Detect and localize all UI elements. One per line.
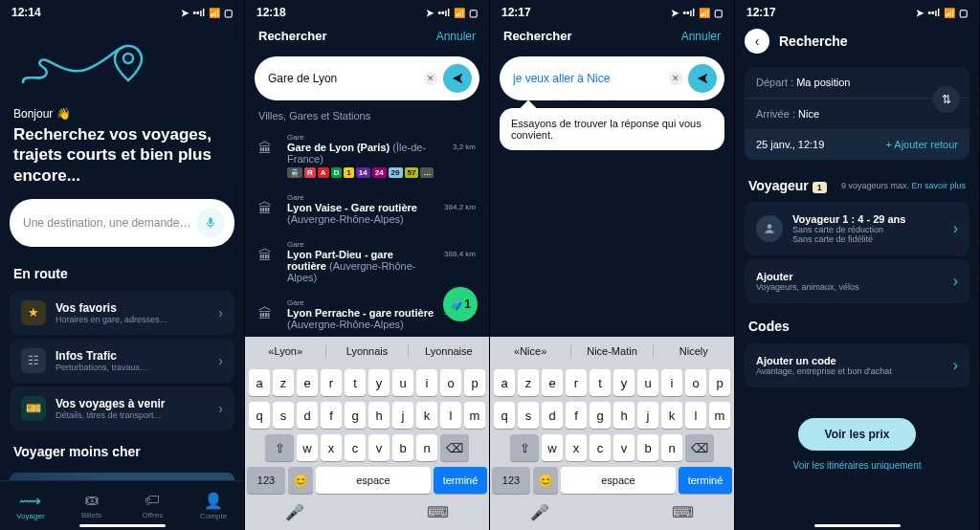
key-i[interactable]: i: [661, 369, 682, 396]
key-x[interactable]: x: [321, 434, 342, 461]
search-input[interactable]: [513, 72, 669, 85]
key-n[interactable]: n: [661, 434, 682, 461]
key-i[interactable]: i: [416, 369, 437, 396]
search-bar[interactable]: Une destination, une demande…: [10, 199, 234, 247]
passenger-card[interactable]: Voyageur 1 : 4 - 29 ans Sans carte de ré…: [745, 202, 969, 255]
suggestion[interactable]: Lyonnaise: [409, 345, 489, 357]
key-l[interactable]: l: [685, 402, 706, 429]
key-h[interactable]: h: [613, 402, 635, 429]
key-m[interactable]: m: [464, 402, 485, 429]
card-traffic[interactable]: ☷ Infos TraficPerturbations, travaux… ›: [10, 339, 234, 383]
key-n[interactable]: n: [416, 434, 437, 461]
emoji-key[interactable]: 😊: [288, 467, 313, 494]
tab-compte[interactable]: 👤Compte: [183, 481, 244, 530]
key-d[interactable]: d: [297, 402, 318, 429]
key-z[interactable]: z: [273, 369, 294, 396]
key-h[interactable]: h: [368, 402, 390, 429]
search-input-wrap[interactable]: ✕: [500, 56, 724, 100]
key-j[interactable]: j: [392, 402, 413, 429]
suggestion[interactable]: Nicely: [654, 345, 734, 357]
search-result[interactable]: 🏛 Gare Lyon Vaise - Gare routière (Auver…: [245, 186, 489, 232]
key-u[interactable]: u: [392, 369, 413, 396]
add-return-button[interactable]: + Ajouter retour: [858, 129, 970, 160]
search-input-wrap[interactable]: ✕: [255, 56, 479, 100]
shift-key[interactable]: ⇧: [265, 434, 294, 461]
key-w[interactable]: w: [542, 434, 563, 461]
key-b[interactable]: b: [392, 434, 413, 461]
key-p[interactable]: p: [709, 369, 730, 396]
key-k[interactable]: k: [661, 402, 682, 429]
key-o[interactable]: o: [685, 369, 706, 396]
key-y[interactable]: y: [368, 369, 390, 396]
done-key[interactable]: terminé: [679, 467, 732, 494]
key-y[interactable]: y: [613, 369, 635, 396]
key-c[interactable]: c: [345, 434, 366, 461]
key-f[interactable]: f: [321, 402, 342, 429]
numbers-key[interactable]: 123: [492, 467, 530, 494]
key-m[interactable]: m: [709, 402, 730, 429]
key-e[interactable]: e: [297, 369, 318, 396]
key-t[interactable]: t: [345, 369, 366, 396]
key-b[interactable]: b: [637, 434, 658, 461]
key-z[interactable]: z: [518, 369, 539, 396]
see-prices-button[interactable]: Voir les prix: [798, 418, 917, 451]
mic-button[interactable]: [196, 209, 225, 237]
keyboard-icon[interactable]: ⌨: [672, 503, 694, 521]
dictation-icon[interactable]: 🎤: [285, 503, 304, 521]
key-v[interactable]: v: [368, 434, 390, 461]
send-button[interactable]: [443, 64, 472, 93]
add-code-card[interactable]: Ajouter un codeAvantage, entreprise et b…: [745, 343, 969, 387]
done-key[interactable]: terminé: [434, 467, 487, 494]
card-trips[interactable]: 🎫 Vos voyages à venirDétails, titres de …: [10, 386, 234, 431]
space-key[interactable]: espace: [561, 467, 676, 494]
search-result[interactable]: 🏛 Gare Gare de Lyon (Paris) (Île-de-Fran…: [245, 125, 489, 186]
key-f[interactable]: f: [566, 402, 587, 429]
search-input[interactable]: [268, 72, 424, 85]
emoji-key[interactable]: 😊: [533, 467, 558, 494]
send-button[interactable]: [688, 64, 717, 93]
date-button[interactable]: 25 janv., 12:19: [745, 129, 858, 160]
add-passenger-card[interactable]: AjouterVoyageurs, animaux, vélos ›: [745, 259, 969, 303]
cancel-button[interactable]: Annuler: [436, 30, 476, 43]
key-q[interactable]: q: [494, 402, 515, 429]
key-t[interactable]: t: [590, 369, 611, 396]
key-g[interactable]: g: [590, 402, 611, 429]
itineraries-link[interactable]: Voir les itinéraires uniquement: [735, 460, 979, 471]
clear-button[interactable]: ✕: [669, 72, 682, 85]
learn-more-link[interactable]: En savoir plus: [911, 181, 966, 190]
key-p[interactable]: p: [464, 369, 485, 396]
card-favorites[interactable]: ★ Vos favorisHoraires en gare, adresses……: [10, 291, 234, 335]
key-s[interactable]: s: [273, 402, 294, 429]
swap-button[interactable]: ⇅: [933, 86, 960, 113]
fab-luggage[interactable]: 🧳1: [443, 287, 478, 321]
key-w[interactable]: w: [297, 434, 318, 461]
dictation-icon[interactable]: 🎤: [530, 503, 549, 521]
key-r[interactable]: r: [566, 369, 587, 396]
keyboard-icon[interactable]: ⌨: [427, 503, 449, 521]
tab-offres[interactable]: 🏷Offres: [122, 481, 184, 530]
key-g[interactable]: g: [345, 402, 366, 429]
delete-key[interactable]: ⌫: [440, 434, 469, 461]
key-l[interactable]: l: [440, 402, 461, 429]
numbers-key[interactable]: 123: [247, 467, 285, 494]
suggestion[interactable]: Nice-Matin: [571, 345, 653, 357]
key-d[interactable]: d: [542, 402, 563, 429]
key-a[interactable]: a: [249, 369, 270, 396]
search-result[interactable]: 🏛 Gare Lyon Part-Dieu - gare routière (A…: [245, 232, 489, 291]
tab-voyager[interactable]: ⟿Voyager: [0, 481, 61, 530]
space-key[interactable]: espace: [316, 467, 431, 494]
key-j[interactable]: j: [637, 402, 658, 429]
shift-key[interactable]: ⇧: [510, 434, 539, 461]
key-u[interactable]: u: [637, 369, 658, 396]
tab-billets[interactable]: 🎟Billets: [61, 481, 122, 530]
key-v[interactable]: v: [613, 434, 635, 461]
key-q[interactable]: q: [249, 402, 270, 429]
suggestion[interactable]: Lyonnais: [326, 345, 408, 357]
key-x[interactable]: x: [566, 434, 587, 461]
key-r[interactable]: r: [321, 369, 342, 396]
clear-button[interactable]: ✕: [424, 72, 437, 85]
suggestion[interactable]: «Lyon»: [245, 345, 326, 357]
back-button[interactable]: ‹: [745, 29, 769, 54]
key-c[interactable]: c: [590, 434, 611, 461]
delete-key[interactable]: ⌫: [685, 434, 714, 461]
